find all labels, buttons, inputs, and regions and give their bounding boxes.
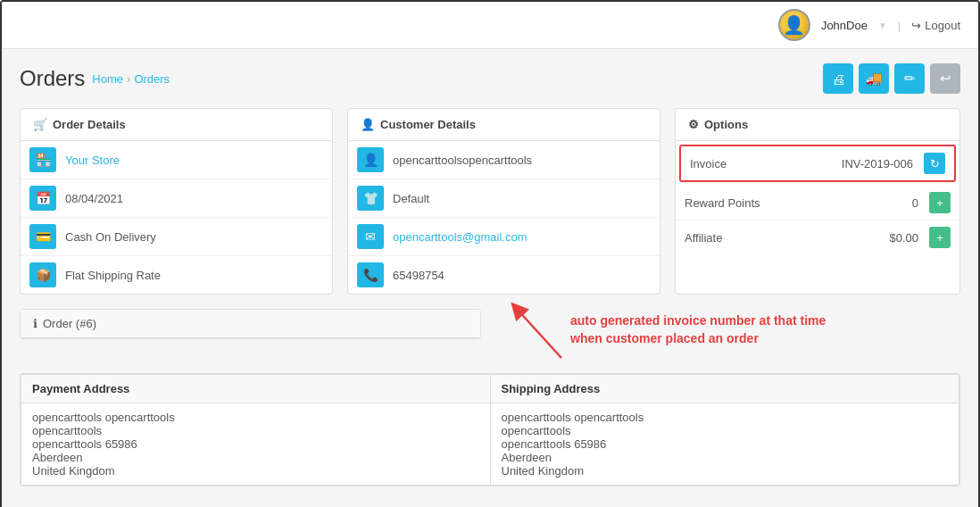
order-section-left: ℹ Order (#6) [20, 309, 481, 362]
address-row: opencarttools opencarttools opencarttool… [21, 403, 959, 486]
customer-details-panel: 👤 Customer Details 👤 opencarttoolsopenca… [347, 108, 660, 295]
order-annotation-row: ℹ Order (#6) auto generated invoice numb… [20, 309, 960, 362]
panels-row: 🛒 Order Details 🏪 Your Store 📅 08/04/202… [20, 108, 960, 295]
order-details-panel: 🛒 Order Details 🏪 Your Store 📅 08/04/202… [20, 108, 333, 295]
options-icon: ⚙ [688, 118, 699, 131]
back-button[interactable]: ↩ [930, 63, 960, 94]
customer-name-item: 👤 opencarttoolsopencarttools [348, 141, 660, 179]
edit-button[interactable]: ✏ [894, 63, 925, 94]
order-label: Order (#6) [43, 317, 96, 330]
annotation-text: auto generated invoice number at that ti… [570, 312, 826, 347]
customer-name: opencarttoolsopencarttools [393, 154, 532, 167]
logout-label: Logout [925, 19, 960, 32]
options-header: ⚙ Options [676, 109, 959, 141]
payment-address-text: opencarttools opencarttools opencarttool… [32, 411, 175, 478]
cart-icon: 🛒 [33, 118, 47, 131]
date-icon: 📅 [29, 186, 56, 211]
reward-points-row: Reward Points 0 + [676, 186, 959, 220]
logout-button[interactable]: ↪ Logout [911, 19, 960, 32]
top-navigation: 👤 JohnDoe ▼ | ↪ Logout [2, 2, 978, 49]
order-date: 08/04/2021 [65, 192, 123, 205]
reward-points-value: 0 [912, 196, 918, 210]
address-table: Payment Address Shipping Address opencar… [21, 374, 959, 486]
reward-points-add-button[interactable]: + [929, 192, 951, 213]
header-actions: 🖨 🚚 ✏ ↩ [823, 63, 960, 94]
invoice-value: INV-2019-006 [842, 157, 913, 170]
payment-address-header: Payment Address [21, 375, 491, 403]
affiliate-label: Affiliate [685, 231, 884, 245]
print-button[interactable]: 🖨 [823, 63, 853, 94]
invoice-option-row: Invoice INV-2019-006 ↻ [681, 146, 954, 180]
breadcrumb-home[interactable]: Home [92, 72, 123, 86]
page-title: Orders [20, 66, 85, 91]
payment-icon: 💳 [29, 224, 56, 249]
customer-details-body: 👤 opencarttoolsopencarttools 👕 Default ✉… [348, 141, 660, 294]
customer-email-item: ✉ opencarttools@gmail.com [348, 218, 660, 256]
order-section-header: ℹ Order (#6) [21, 310, 480, 338]
avatar: 👤 [778, 9, 810, 41]
customer-details-header: 👤 Customer Details [348, 109, 660, 141]
address-section: Payment Address Shipping Address opencar… [20, 373, 960, 486]
email-icon: ✉ [357, 224, 384, 249]
info-icon: ℹ [33, 317, 37, 330]
shipping-method: Flat Shipping Rate [65, 269, 161, 282]
annotation-arrow [499, 300, 570, 362]
store-name[interactable]: Your Store [65, 154, 120, 167]
customer-group-icon: 👕 [357, 186, 384, 211]
invoice-row: Invoice INV-2019-006 ↻ [679, 145, 956, 182]
breadcrumb: Home › Orders [92, 72, 170, 86]
annotation-area: auto generated invoice number at that ti… [481, 309, 960, 362]
reward-points-label: Reward Points [685, 196, 907, 210]
payment-address-cell: opencarttools opencarttools opencarttool… [21, 403, 491, 486]
invoice-refresh-button[interactable]: ↻ [924, 153, 945, 174]
customer-name-icon: 👤 [357, 147, 384, 172]
breadcrumb-separator: › [127, 72, 130, 86]
affiliate-row: Affiliate $0.00 + [676, 220, 959, 254]
order-section: ℹ Order (#6) [20, 309, 481, 339]
customer-details-title: Customer Details [380, 118, 476, 131]
customer-group-item: 👕 Default [348, 179, 660, 218]
payment-item: 💳 Cash On Delivery [21, 218, 332, 256]
date-item: 📅 08/04/2021 [21, 179, 332, 218]
shipping-icon: 📦 [29, 262, 56, 287]
customer-phone-item: 📞 65498754 [348, 256, 660, 294]
customer-icon: 👤 [361, 118, 375, 131]
order-details-body: 🏪 Your Store 📅 08/04/2021 💳 Cash On Deli… [21, 141, 332, 294]
order-details-header: 🛒 Order Details [21, 109, 332, 141]
page-header: Orders Home › Orders 🖨 🚚 ✏ ↩ [20, 63, 960, 94]
logout-icon: ↪ [911, 19, 921, 32]
shipping-address-header: Shipping Address [490, 375, 959, 403]
user-name[interactable]: JohnDoe [821, 19, 868, 32]
customer-email[interactable]: opencarttools@gmail.com [393, 230, 527, 244]
order-details-title: Order Details [53, 118, 126, 131]
shipping-address-text: opencarttools opencarttools opencarttool… [502, 411, 644, 478]
affiliate-value: $0.00 [889, 231, 918, 245]
shipping-button[interactable]: 🚚 [859, 63, 889, 94]
store-icon: 🏪 [29, 147, 56, 172]
phone-icon: 📞 [357, 262, 384, 287]
customer-group: Default [393, 192, 429, 205]
payment-method: Cash On Delivery [65, 230, 156, 244]
page-title-area: Orders Home › Orders [20, 66, 170, 91]
options-title: Options [704, 118, 748, 131]
options-body: Invoice INV-2019-006 ↻ Reward Points 0 +… [676, 145, 959, 254]
invoice-label: Invoice [690, 157, 836, 170]
affiliate-add-button[interactable]: + [929, 227, 951, 248]
store-item: 🏪 Your Store [21, 141, 332, 179]
shipping-item: 📦 Flat Shipping Rate [21, 256, 332, 294]
svg-line-0 [517, 309, 561, 358]
shipping-address-cell: opencarttools opencarttools opencarttool… [490, 403, 959, 486]
breadcrumb-orders[interactable]: Orders [134, 72, 170, 86]
page-container: Orders Home › Orders 🖨 🚚 ✏ ↩ 🛒 Order Det… [2, 49, 978, 507]
options-panel: ⚙ Options Invoice INV-2019-006 ↻ Reward … [675, 108, 960, 295]
customer-phone: 65498754 [393, 269, 444, 282]
